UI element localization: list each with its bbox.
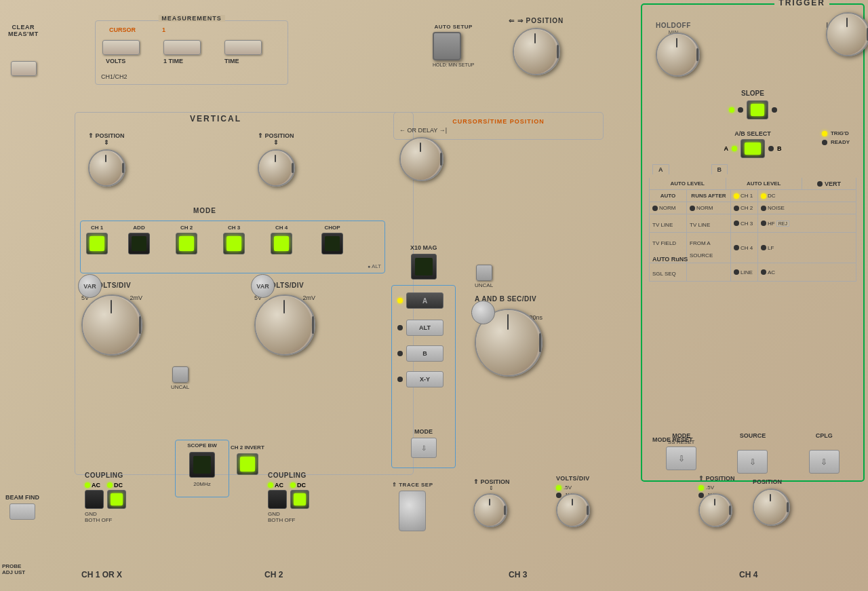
ac2-button[interactable] — [268, 490, 287, 509]
cursors-section: CURSORS/TIME POSITION ← OR DELAY →| — [393, 112, 604, 140]
uncal2-area: UNCAL — [475, 265, 493, 288]
ac1-btn-wrap: AC — [85, 482, 104, 509]
norm-row: NORM NORM CH 2 NOISE — [650, 202, 856, 214]
display-alt-button[interactable]: ALT — [406, 320, 443, 336]
lf-led — [761, 245, 766, 250]
source-label: SOURCE — [737, 432, 768, 439]
a-label: A — [724, 145, 729, 152]
auto-cell: AUTO — [650, 190, 687, 202]
ch4-button[interactable] — [271, 233, 292, 254]
measurements-section: MEASUREMENTS CURSOR VOLTS 1 1 TIME TIME … — [95, 20, 288, 85]
mode-button[interactable]: ⇩ — [411, 438, 437, 458]
ch2-led — [179, 236, 194, 251]
sgl-seq-row: SGL SEQ LINE AC — [650, 263, 856, 281]
vert-led — [817, 181, 823, 187]
gnd-both-off-2: GNDBOTH OFF — [268, 511, 309, 523]
slope-led-sq — [751, 104, 764, 116]
cursor-label: CURSOR — [109, 26, 136, 33]
ch3-button[interactable] — [223, 233, 245, 254]
ch2-position-knob[interactable] — [258, 149, 295, 187]
line-led — [734, 269, 739, 275]
display-xy-button[interactable]: X-Y — [406, 371, 443, 387]
ch2-invert-button[interactable] — [237, 453, 258, 475]
sgl-seq-label: SGL SEQ — [652, 271, 676, 277]
ab-button[interactable] — [741, 139, 765, 158]
slope-left-dot — [738, 107, 743, 113]
trace-sep-area: ⇑ TRACE SEP — [392, 482, 433, 534]
ab-b-led — [768, 146, 774, 151]
uncal1-button[interactable] — [172, 366, 189, 383]
norm-b-label: NORM — [696, 205, 713, 211]
dc1-button[interactable] — [107, 490, 126, 509]
voltsdiv2-area: VOLTS/DIV VAR 5V 2mV — [254, 282, 315, 301]
trig-mode-button[interactable]: ⇩ — [666, 446, 696, 470]
trace-sep-knob[interactable] — [399, 491, 426, 531]
voltsdiv2-knob[interactable] — [254, 294, 315, 356]
var3-knob[interactable] — [471, 301, 495, 324]
sec-div-knob-area: .5s 20ns — [475, 309, 542, 321]
ch1-btn-area: CH 1 — [86, 225, 108, 254]
dc2-button[interactable] — [290, 490, 309, 509]
var2-knob[interactable]: VAR — [251, 274, 275, 298]
ch1-t-led — [734, 193, 739, 199]
mode-buttons-box: CH 1 ADD CH 2 CH 3 CH 4 — [80, 221, 385, 273]
source-button[interactable]: ⇩ — [737, 450, 768, 474]
ch4-t-label: CH 4 — [741, 245, 753, 251]
slope-button[interactable] — [747, 100, 768, 119]
trace-sep-label: ⇑ TRACE SEP — [392, 482, 433, 488]
slope-area: SLOPE — [652, 90, 853, 119]
scope-bw-button[interactable] — [189, 452, 215, 478]
ch1-position-knob[interactable] — [88, 149, 125, 187]
auto-setup-area: AUTO SETUP HOLD: MIN SETUP — [433, 24, 474, 67]
holdoff-knob[interactable] — [656, 33, 700, 77]
volts-button[interactable] — [102, 40, 140, 55]
ch4-pos-knob[interactable] — [753, 489, 790, 526]
display-b-led — [397, 351, 403, 356]
auto-setup-button[interactable] — [433, 32, 461, 60]
x10-mag-label: X10 MAG — [410, 244, 437, 251]
ch1-t-cell: CH 1 — [731, 190, 758, 202]
display-alt-led — [397, 325, 403, 330]
norm-a-led — [652, 206, 658, 211]
time2-button[interactable] — [224, 40, 262, 55]
ch3-voltsdiv-knob[interactable] — [556, 493, 590, 527]
ch1-button[interactable] — [86, 233, 108, 254]
level-knob[interactable] — [826, 12, 868, 56]
display-b-button[interactable]: B — [406, 345, 443, 362]
gnd-both-off-1: GNDBOTH OFF — [85, 511, 126, 523]
ac1-button[interactable] — [85, 490, 104, 509]
ch3-pos-knob[interactable] — [473, 493, 507, 527]
mhz-label: 20MHz — [176, 481, 229, 487]
var1-knob[interactable]: VAR — [78, 274, 102, 298]
uncal2-button[interactable] — [476, 265, 492, 281]
add-button[interactable] — [128, 233, 150, 254]
cursors-knob[interactable] — [399, 137, 443, 181]
display-a-button[interactable]: A — [406, 292, 443, 309]
ready-row: READY — [822, 139, 850, 145]
display-xy-led — [397, 377, 403, 382]
beam-find-button[interactable] — [9, 503, 35, 520]
uncal1-area: UNCAL — [171, 366, 189, 390]
display-a-label: A — [422, 297, 427, 305]
trigger-label: TRIGGER — [774, 0, 829, 7]
trigger-section-border: TRIGGER HOLDOFF MIN LEVEL - + SLOPE — [641, 3, 865, 482]
noise-cell: NOISE — [758, 202, 856, 214]
clear-measmt-button[interactable] — [11, 61, 37, 76]
sgl-seq-cell: SGL SEQ — [650, 263, 687, 281]
voltsdiv1-knob[interactable] — [81, 294, 142, 356]
position-knob[interactable] — [513, 28, 560, 75]
position-label-top: ⇐ ⇒ POSITION — [509, 17, 564, 24]
coupling1-buttons: AC DC — [85, 482, 126, 509]
ac-t-cell: AC — [758, 263, 856, 281]
slope-buttons — [652, 100, 853, 119]
cplg-button[interactable]: ⇩ — [809, 450, 840, 474]
ch4-voltsdiv-knob[interactable] — [698, 493, 732, 527]
ch2-button[interactable] — [176, 233, 197, 254]
x10-mag-button[interactable] — [411, 254, 437, 280]
b-label: B — [777, 145, 782, 152]
dc1-led-sq — [111, 493, 123, 506]
chop-button[interactable] — [321, 233, 343, 254]
holdoff-label: HOLDOFF — [656, 22, 691, 29]
time1-button[interactable] — [163, 40, 201, 55]
ch2-t-label: CH 2 — [741, 205, 753, 211]
